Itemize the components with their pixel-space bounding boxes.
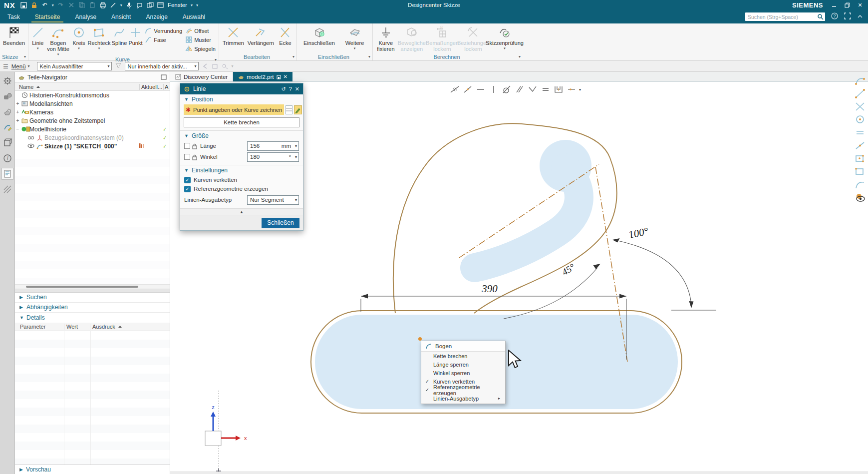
menu-button[interactable]: Menü▾ <box>11 63 30 69</box>
groesse-expander-icon[interactable]: ▼ <box>184 133 189 138</box>
laenge-caret-icon[interactable]: ▾ <box>295 144 297 148</box>
winkel-lock-icon[interactable] <box>192 154 198 160</box>
tab-task[interactable]: Task <box>0 10 27 23</box>
rechteck-button[interactable]: Rechteck▾ <box>88 25 111 50</box>
minimize-button[interactable] <box>831 2 837 8</box>
einstellungen-expander-icon[interactable]: ▼ <box>184 168 189 173</box>
point-marker-icon[interactable] <box>566 84 577 94</box>
tree-row-modellansichten[interactable]: + Modellansichten <box>15 99 170 108</box>
dialog-header[interactable]: Linie ↺ ? ✕ <box>180 83 303 94</box>
section-details[interactable]: ▼ Details <box>15 313 170 323</box>
winkel-checkbox[interactable] <box>184 154 190 160</box>
navigator-splitter[interactable] <box>15 289 170 293</box>
referenzgeometrie-checkbox[interactable]: ✓ <box>184 186 191 192</box>
point-prompt[interactable]: ✱ Punkt angeben oder Kurve zeichnen <box>184 104 284 115</box>
ausgabetyp-dropdown[interactable]: Nur Segment ▾ <box>247 195 299 205</box>
tab-startseite[interactable]: Startseite <box>27 10 68 23</box>
resource-pattern-icon[interactable] <box>1 183 13 195</box>
point-dialog-button[interactable] <box>286 105 292 114</box>
context-menu-winkel-sperren[interactable]: Winkel sperren <box>421 369 505 377</box>
undo-caret-icon[interactable]: ▾ <box>52 3 54 7</box>
tab-close-icon[interactable]: ✕ <box>284 74 288 79</box>
draw-curve-button[interactable] <box>294 105 302 114</box>
resource-templates-icon[interactable] <box>1 168 13 180</box>
spiegeln-button[interactable]: Spiegeln <box>184 44 217 53</box>
undo-icon[interactable]: ↶ <box>41 1 48 8</box>
winkel-input[interactable]: 180 ° ▾ <box>247 152 299 162</box>
slot-region[interactable] <box>475 168 579 268</box>
equal-constraint-icon[interactable] <box>540 84 551 94</box>
canvas-horizontal-scrollbar[interactable] <box>170 472 868 474</box>
laenge-input[interactable]: 156 mm ▾ <box>247 141 299 151</box>
midpoint-constraint-icon[interactable] <box>449 84 460 94</box>
verlaengern-button[interactable]: Verlängern <box>247 25 275 46</box>
skizzenpruefung-button[interactable]: Skizzenprüfung▾ <box>489 25 521 50</box>
tab-ansicht[interactable]: Ansicht <box>104 10 138 23</box>
resource-reuse-library-icon[interactable] <box>1 121 13 133</box>
linie-dialog[interactable]: Linie ↺ ? ✕ ▼ Position ✱ Punkt angeben o… <box>180 83 303 231</box>
tab-discovery-center[interactable]: Discovery Center <box>170 72 233 81</box>
snap-circle-icon[interactable] <box>854 114 866 125</box>
fullscreen-icon[interactable] <box>844 12 851 21</box>
line-tool-caret-icon[interactable]: ▾ <box>120 3 122 7</box>
search-input[interactable] <box>748 14 817 20</box>
vertical-constraint-icon[interactable] <box>488 84 499 94</box>
verrundung-button[interactable]: Verrundung <box>144 26 183 35</box>
perpendicular-constraint-icon[interactable] <box>527 84 538 94</box>
restore-button[interactable] <box>844 2 850 8</box>
punkt-button[interactable]: Punkt <box>128 25 143 46</box>
schliessen-button[interactable]: Schließen <box>262 218 299 228</box>
resource-part-navigator-icon[interactable] <box>1 106 13 118</box>
hamburger-icon[interactable]: ☰ <box>3 63 8 70</box>
horizontal-constraint-icon[interactable] <box>475 84 486 94</box>
snap-intersection-icon[interactable] <box>854 101 866 112</box>
collapse-ribbon-icon[interactable] <box>857 13 863 20</box>
microphone-icon[interactable] <box>126 1 133 8</box>
dimension-100[interactable]: 100° <box>612 225 716 310</box>
einschliessen-button[interactable]: Einschließen <box>303 25 336 46</box>
selection-scope-dropdown[interactable]: Nur innerhalb der aktiv...▾ <box>125 62 199 70</box>
dialog-collapse-strip[interactable]: ▲ <box>180 208 303 215</box>
group-berechnen-caret-icon[interactable]: ▾ <box>519 54 521 59</box>
abhaengigkeiten-expander-icon[interactable]: ▶ <box>19 305 23 310</box>
kreis-button[interactable]: Kreis▾ <box>71 25 86 50</box>
context-menu-laenge-sperren[interactable]: Länge sperren <box>421 360 505 369</box>
section-abhaengigkeiten[interactable]: ▶ Abhängigkeiten <box>15 303 170 313</box>
snap-arc-plain-icon[interactable] <box>854 179 866 190</box>
kurven-verketten-row[interactable]: ✓ Kurven verketten <box>180 175 303 184</box>
ecke-button[interactable]: Ecke <box>276 25 294 46</box>
group-einschliessen-caret-icon[interactable]: ▾ <box>368 54 370 59</box>
groesse-section-header[interactable]: ▼ Größe <box>180 131 303 141</box>
position-expander-icon[interactable]: ▼ <box>184 97 189 102</box>
point-on-curve-icon[interactable] <box>462 84 473 94</box>
visibility-glasses-icon[interactable] <box>27 134 34 141</box>
constraint-toolbar-more-icon[interactable]: ▾ <box>579 87 581 92</box>
resource-assembly-icon[interactable] <box>1 90 13 102</box>
group-skizze-caret-icon[interactable]: ▾ <box>24 54 26 59</box>
command-search[interactable] <box>745 12 825 21</box>
resource-settings-icon[interactable] <box>1 75 13 87</box>
save-icon[interactable] <box>20 1 27 8</box>
tree-row-modellhistorie[interactable]: − Modellhistorie✓ <box>15 125 170 133</box>
fase-button[interactable]: Fase <box>144 35 183 44</box>
navigator-horizontal-scrollbar[interactable] <box>15 284 170 289</box>
tab-anzeige[interactable]: Anzeige <box>138 10 175 23</box>
kurve-fixieren-button[interactable]: Kurve fixieren <box>375 25 397 52</box>
details-expander-icon[interactable]: ▼ <box>19 315 23 320</box>
group-bearbeiten-caret-icon[interactable]: ▾ <box>292 54 294 59</box>
tab-model2-prt[interactable]: model2.prt ✕ <box>233 72 292 81</box>
line-tool-icon[interactable] <box>110 1 117 8</box>
window-switch-icon[interactable] <box>147 1 154 8</box>
context-menu-referenzgeometrie[interactable]: ✓Referenzgeometrie erzeugen <box>421 386 505 394</box>
context-menu[interactable]: Bogen Kette brechen Länge sperren Winkel… <box>421 341 506 404</box>
window-icon[interactable] <box>157 1 164 8</box>
snap-point-on-line-icon[interactable] <box>854 140 866 151</box>
ausgabetyp-caret-icon[interactable]: ▾ <box>295 198 297 202</box>
referenzgeometrie-row[interactable]: ✓ Referenzgeometrie erzeugen <box>180 184 303 193</box>
feedback-icon[interactable] <box>136 1 143 8</box>
show-snap-points-icon[interactable] <box>854 192 866 203</box>
einstellungen-section-header[interactable]: ▼ Einstellungen <box>180 165 303 175</box>
trimmen-button[interactable]: Trimmen <box>221 25 246 46</box>
visibility-eye-icon[interactable] <box>27 143 34 149</box>
lock-icon[interactable] <box>31 1 38 8</box>
